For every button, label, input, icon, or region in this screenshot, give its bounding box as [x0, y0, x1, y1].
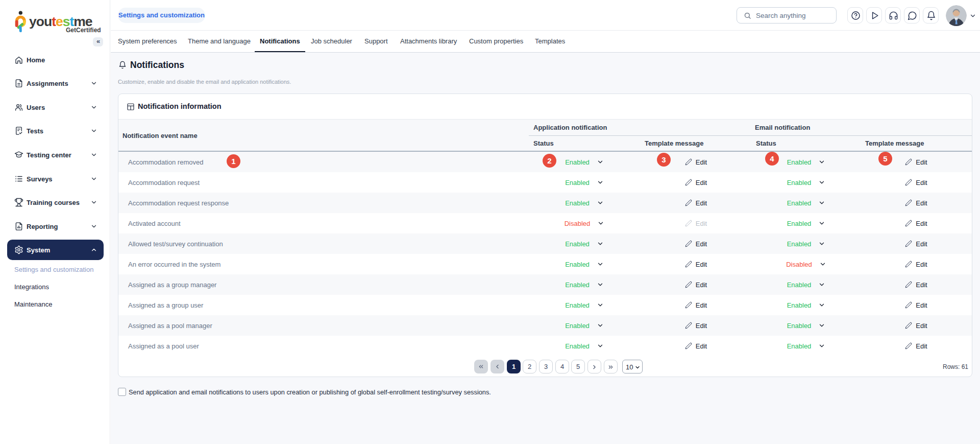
svg-text:GetCertified: GetCertified	[66, 27, 101, 34]
